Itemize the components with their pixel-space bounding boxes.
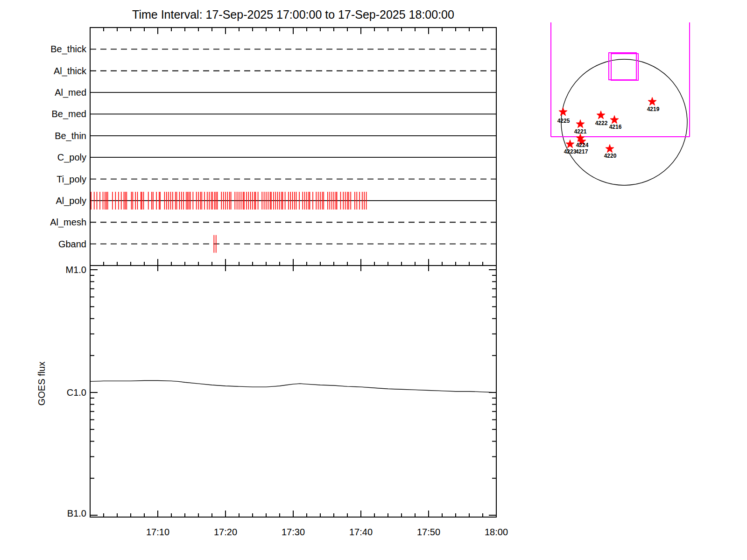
target-fov-box: [609, 53, 636, 80]
active-region-label-4220: 4220: [604, 153, 617, 159]
goes-panel-frame: [90, 266, 496, 517]
time-tick-label-17:20: 17:20: [214, 527, 237, 537]
channel-label-Ti_poly: Ti_poly: [56, 175, 86, 184]
active-region-star-4225: [559, 108, 567, 116]
time-tick-label-17:10: 17:10: [146, 527, 169, 537]
goes-flux-curve: [90, 381, 496, 393]
plot-canvas: [0, 0, 747, 560]
active-region-label-4216: 4216: [609, 124, 622, 130]
active-region-label-4224: 4224: [576, 142, 589, 148]
active-region-star-4221: [576, 120, 585, 128]
goes-ytick-label-C1.0: C1.0: [67, 388, 86, 397]
channel-label-Al_med: Al_med: [55, 88, 86, 97]
channel-label-Gband: Gband: [58, 239, 86, 249]
active-region-label-4225: 4225: [557, 118, 570, 124]
active-region-star-4222: [597, 111, 605, 119]
time-tick-label-18:00: 18:00: [485, 527, 508, 537]
goes-ytick-label-B1.0: B1.0: [67, 509, 86, 518]
timeline-panel-frame: [90, 28, 496, 266]
channel-label-Al_mesh: Al_mesh: [50, 217, 86, 227]
channel-label-C_poly: C_poly: [57, 153, 86, 162]
time-tick-label-17:40: 17:40: [349, 527, 373, 537]
active-region-star-4219: [648, 98, 656, 105]
active-region-label-4217: 4217: [576, 149, 588, 154]
active-region-label-4219: 4219: [647, 106, 660, 112]
time-tick-label-17:50: 17:50: [417, 527, 440, 537]
target-fov-box-inner: [611, 54, 638, 80]
page-title: Time Interval: 17-Sep-2025 17:00:00 to 1…: [132, 9, 454, 21]
time-tick-label-17:30: 17:30: [282, 527, 305, 537]
screenshot-stage: Time Interval: 17-Sep-2025 17:00:00 to 1…: [0, 0, 747, 560]
active-region-label-4221: 4221: [574, 129, 587, 134]
active-region-label-4223: 4223: [564, 149, 577, 154]
active-region-star-4220: [606, 145, 614, 153]
active-region-star-4223: [566, 140, 574, 148]
channel-label-Al_thick: Al_thick: [54, 66, 86, 76]
channel-label-Be_thick: Be_thick: [50, 44, 86, 54]
channel-label-Be_thin: Be_thin: [55, 131, 86, 140]
goes-flux-axis-title: GOES flux: [37, 362, 46, 406]
active-region-star-4216: [610, 116, 619, 124]
goes-ytick-label-M1.0: M1.0: [66, 265, 86, 274]
active-region-label-4222: 4222: [595, 120, 608, 126]
channel-label-Be_med: Be_med: [52, 109, 87, 119]
channel-label-Al_poly: Al_poly: [56, 196, 86, 205]
